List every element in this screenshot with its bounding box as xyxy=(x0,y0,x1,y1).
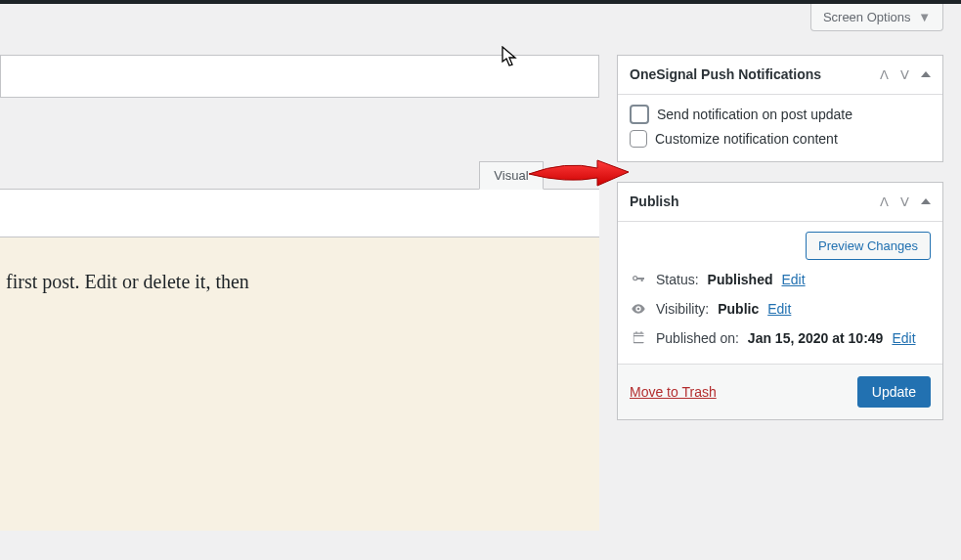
edit-status-link[interactable]: Edit xyxy=(782,272,806,287)
move-up-icon[interactable]: ᐱ xyxy=(880,194,889,209)
visibility-label: Visibility: xyxy=(656,301,709,317)
customize-notification-row[interactable]: Customize notification content xyxy=(630,130,931,148)
sidebar-column: OneSignal Push Notifications ᐱ ᐯ Send no… xyxy=(617,55,943,440)
visibility-line: Visibility: Public Edit xyxy=(630,301,931,317)
published-line: Published on: Jan 15, 2020 at 10:49 Edit xyxy=(630,330,931,346)
publish-actions: Move to Trash Update xyxy=(618,364,942,419)
onesignal-box-body: Send notification on post update Customi… xyxy=(618,95,942,161)
editor-body[interactable]: first post. Edit or delete it, then xyxy=(0,237,599,531)
published-value: Jan 15, 2020 at 10:49 xyxy=(748,330,884,346)
send-notification-row[interactable]: Send notification on post update xyxy=(630,105,931,124)
onesignal-box-title: OneSignal Push Notifications xyxy=(630,65,821,84)
visibility-value: Public xyxy=(718,301,759,317)
send-notification-checkbox[interactable] xyxy=(630,105,649,124)
move-down-icon[interactable]: ᐯ xyxy=(900,67,909,82)
key-icon xyxy=(630,272,647,287)
onesignal-box-header: OneSignal Push Notifications ᐱ ᐯ xyxy=(618,56,942,95)
screen-options-label: Screen Options xyxy=(823,10,911,24)
post-title-input[interactable] xyxy=(0,55,599,98)
publish-box-title: Publish xyxy=(630,193,679,211)
move-to-trash-link[interactable]: Move to Trash xyxy=(630,384,717,400)
editor-tabs: Visual Text xyxy=(0,160,599,189)
publish-box: Publish ᐱ ᐯ Preview Changes Status: Publ… xyxy=(617,182,943,420)
status-value: Published xyxy=(708,272,773,287)
edit-visibility-link[interactable]: Edit xyxy=(767,301,791,317)
tab-visual[interactable]: Visual xyxy=(479,161,543,190)
preview-row: Preview Changes xyxy=(630,232,931,260)
content-wrap: Visual Text first post. Edit or delete i… xyxy=(0,31,961,531)
customize-notification-checkbox[interactable] xyxy=(630,130,647,148)
main-column: Visual Text first post. Edit or delete i… xyxy=(0,55,599,531)
toggle-collapse-icon[interactable] xyxy=(921,71,931,77)
customize-notification-label: Customize notification content xyxy=(655,131,838,147)
calendar-icon xyxy=(630,330,647,345)
move-up-icon[interactable]: ᐱ xyxy=(880,67,889,82)
publish-box-controls: ᐱ ᐯ xyxy=(880,194,931,209)
tab-text[interactable]: Text xyxy=(546,161,599,190)
editor-toolbar xyxy=(0,189,599,237)
onesignal-box-controls: ᐱ ᐯ xyxy=(880,67,931,82)
send-notification-label: Send notification on post update xyxy=(657,107,852,122)
preview-changes-button[interactable]: Preview Changes xyxy=(806,232,931,260)
caret-down-icon: ▼ xyxy=(918,10,931,24)
publish-box-body: Preview Changes Status: Published Edit V… xyxy=(618,222,942,364)
update-button[interactable]: Update xyxy=(857,376,931,408)
move-down-icon[interactable]: ᐯ xyxy=(900,194,909,209)
toggle-collapse-icon[interactable] xyxy=(921,198,931,204)
screen-options-bar: Screen Options ▼ xyxy=(0,4,961,31)
screen-options-button[interactable]: Screen Options ▼ xyxy=(810,4,943,31)
published-label: Published on: xyxy=(656,330,739,346)
publish-box-header: Publish ᐱ ᐯ xyxy=(618,183,942,222)
onesignal-box: OneSignal Push Notifications ᐱ ᐯ Send no… xyxy=(617,55,943,162)
post-body-text: first post. Edit or delete it, then xyxy=(6,271,249,292)
status-line: Status: Published Edit xyxy=(630,272,931,287)
status-label: Status: xyxy=(656,272,699,287)
eye-icon xyxy=(630,301,647,317)
edit-published-link[interactable]: Edit xyxy=(892,330,915,346)
